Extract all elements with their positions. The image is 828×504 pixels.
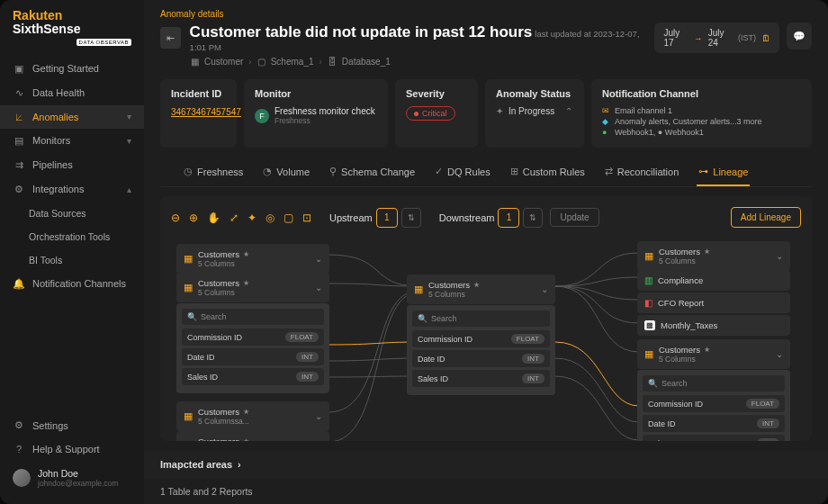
column-row[interactable]: Sales IDINT [182,368,324,385]
lineage-node[interactable]: ◧CFO Report [637,292,790,313]
camera-icon[interactable]: ▢ [284,212,293,224]
custom-icon: ⊞ [510,166,518,177]
chevron-down-icon: ▾ [127,136,131,146]
severity-badge: Critical [406,106,455,121]
column-row[interactable]: Commission IDFLOAT [412,330,550,347]
clock-icon: ◷ [184,166,193,177]
chevron-up-icon: ⌃ [565,106,572,116]
table-icon: ▦ [644,250,653,262]
database-icon: 🗄 [328,57,337,67]
lineage-node[interactable]: ▦Customers★5 Columnssa...⌄ [176,401,329,431]
back-button[interactable]: ⇤ [160,27,181,49]
section-label: Anomaly details [160,9,812,19]
column-row[interactable]: Date IDINT [643,415,785,432]
tab-volume[interactable]: ◔Volume [261,160,311,186]
tab-freshness[interactable]: ◷Freshness [182,160,245,186]
nav-help[interactable]: ?Help & Support [0,437,144,461]
upstream-stepper[interactable]: ⇅ [401,208,421,228]
add-lineage-button[interactable]: Add Lineage [731,207,801,228]
pulse-icon: ∿ [13,87,25,99]
reconcile-icon: ⇄ [605,166,613,177]
column-row[interactable]: Sales IDINT [412,370,550,387]
zoom-in-icon[interactable]: ⊕ [189,212,198,224]
lineage-node[interactable]: ▦Customers★5 Columns⌄ [176,273,329,302]
user-profile[interactable]: John Doe johndoe@example.com [0,461,144,495]
upstream-value[interactable]: 1 [376,208,398,228]
table-icon: ▦ [184,440,193,441]
rocket-icon: ▣ [13,63,25,75]
nav-integrations[interactable]: ⚙Integrations▴ [0,177,144,202]
user-name: John Doe [38,468,118,479]
chart-icon: ⟀ [13,112,25,122]
help-icon: ? [13,444,25,454]
downstream-stepper[interactable]: ⇅ [523,208,543,228]
settings-icon[interactable]: ⊡ [302,212,311,224]
nav-pipelines[interactable]: ⇉Pipelines [0,153,144,177]
lineage-node[interactable]: ▩Monthly_Taxes [637,315,790,336]
tab-dq-rules[interactable]: ✓DQ Rules [433,160,492,186]
table-icon: ▦ [191,57,199,67]
column-search[interactable]: 🔍Search [412,310,550,327]
chevron-right-icon: › [238,459,241,470]
nav-data-sources[interactable]: Data Sources [0,202,144,225]
search-icon: 🔍 [648,379,658,388]
lineage-node-center[interactable]: ▦Customers★5 Columns⌄ [407,274,555,304]
tab-lineage[interactable]: ⊶Lineage [697,160,750,186]
sheet-icon: ▥ [644,275,652,285]
nav-notification-channels[interactable]: 🔔Notification Channels [0,272,144,296]
date-range-picker[interactable]: July 17→July 24(IST)🗓 [654,22,779,53]
impacted-summary: 1 Table and 2 Reports [144,479,828,504]
pan-icon[interactable]: ✋ [207,212,220,224]
column-row[interactable]: Commission IDFLOAT [182,328,324,346]
highlight-icon[interactable]: ✦ [248,212,256,224]
email-icon: ✉ [602,106,611,115]
table-icon: ▦ [184,282,193,293]
lineage-node[interactable]: ▦Customers★5 Columns⌄ [637,241,790,271]
column-row[interactable]: Commission IDFLOAT [643,395,785,412]
tab-schema-change[interactable]: ⚲Schema Change [328,160,417,186]
pipeline-icon: ⇉ [13,159,25,171]
incident-id-link[interactable]: 34673467457547 [171,107,241,117]
lineage-node[interactable]: ▦Customers★5 Columns⌄ [176,431,329,441]
nav-monitors[interactable]: ▤Monitors▾ [0,129,144,153]
lineage-node[interactable]: ▦Customers★5 Columns⌄ [637,339,790,369]
volume-icon: ◔ [263,166,272,177]
chevron-down-icon: ⌄ [315,283,322,292]
tab-reconciliation[interactable]: ⇄Reconciliation [603,160,680,186]
nav-data-health[interactable]: ∿Data Health [0,81,144,105]
downstream-label: Downstream [439,212,495,223]
qr-icon: ▩ [644,320,655,330]
nav-settings[interactable]: ⚙Settings [0,413,144,437]
tab-custom-rules[interactable]: ⊞Custom Rules [508,160,587,186]
lineage-node[interactable]: ▥Compliance [637,270,790,291]
comments-button[interactable]: 💬 [787,22,812,50]
expand-icon[interactable]: ⤢ [230,212,238,224]
column-row[interactable]: Date IDINT [182,348,324,365]
table-icon: ▦ [414,284,423,295]
nav-orchestration-tools[interactable]: Orchestration Tools [0,225,144,248]
incident-id-card: Incident ID 34673467457547 [160,79,237,148]
impacted-areas-header[interactable]: Imapcted areas› [144,450,828,479]
column-search[interactable]: 🔍Search [182,309,324,325]
target-icon[interactable]: ◎ [266,212,274,224]
tabs: ◷Freshness ◔Volume ⚲Schema Change ✓DQ Ru… [160,155,812,187]
search-icon: 🔍 [187,312,197,321]
brand-logo: Rakuten SixthSense DATA OBSERVAB [0,9,144,57]
downstream-value[interactable]: 1 [498,208,519,228]
lineage-node-columns: 🔍Search Commission IDFLOAT Date IDINT Sa… [637,370,790,441]
upstream-label: Upstream [329,212,373,223]
zoom-out-icon[interactable]: ⊖ [171,212,180,224]
monitor-card: Monitor F Freshness monitor check Freshn… [244,79,388,148]
update-button[interactable]: Update [550,208,598,227]
lineage-node[interactable]: ▦Customers★5 Columns⌄ [176,244,329,274]
nav-getting-started[interactable]: ▣Getting Started [0,57,144,81]
anomaly-status-card[interactable]: Anomaly Status ✦In Progress⌃ [485,79,584,148]
notification-channel-card: Notification Channel ✉Email channel 1 ◆A… [591,79,812,148]
nav-bi-tools[interactable]: BI Tools [0,248,144,272]
integrations-icon: ⚙ [13,184,25,195]
column-search[interactable]: 🔍Search [643,375,785,392]
column-row[interactable]: Date IDINT [412,350,550,367]
nav-anomalies[interactable]: ⟀Anomalies▾ [0,105,144,129]
avatar [13,469,31,487]
column-row[interactable]: Sales IDINT [643,435,785,441]
